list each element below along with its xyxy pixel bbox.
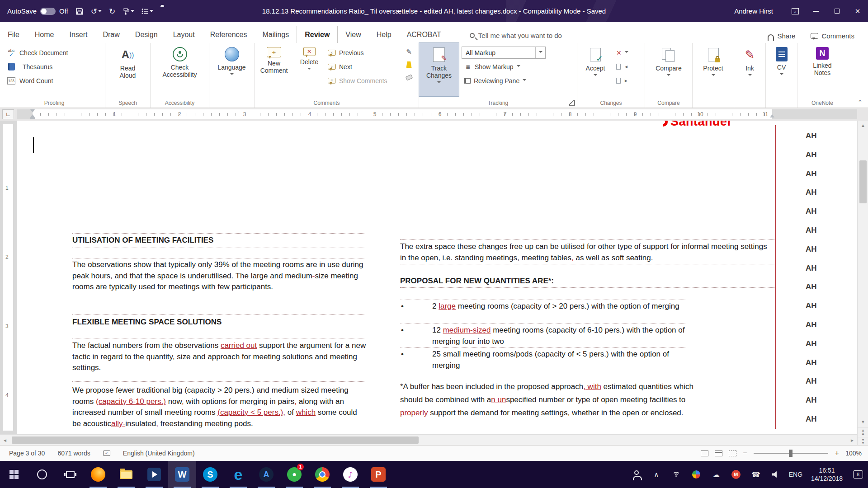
network-icon[interactable] xyxy=(666,461,686,488)
share-button[interactable]: Share xyxy=(768,32,795,40)
tab-references[interactable]: References xyxy=(203,26,255,43)
drive-pinwheel-icon[interactable] xyxy=(686,461,706,488)
ink-button[interactable]: ✎ Ink xyxy=(734,43,765,96)
cv-button[interactable]: CV xyxy=(766,43,797,96)
doc-paragraph[interactable]: We propose fewer traditional big (capaci… xyxy=(72,385,366,429)
doc-heading-utilisation[interactable]: UTILISATION OF MEETING FACILITIES xyxy=(72,235,213,246)
close-button[interactable]: ✕ xyxy=(847,0,868,22)
word-count-button[interactable]: 123 Word Count xyxy=(4,75,71,87)
powerpoint-icon[interactable]: P xyxy=(364,461,392,488)
check-document-button[interactable]: abc✓ Check Document xyxy=(4,47,71,59)
scroll-left-button[interactable]: ◄ xyxy=(0,435,10,446)
doc-footnote[interactable]: *A buffer has been included in the propo… xyxy=(400,380,698,419)
pen-icon[interactable]: ✎ xyxy=(406,47,412,57)
zoom-out-button[interactable]: − xyxy=(743,449,747,458)
scroll-right-button[interactable]: ► xyxy=(847,435,857,446)
delete-comment-button[interactable]: ✕ Delete xyxy=(293,43,325,96)
comments-button[interactable]: Comments xyxy=(811,32,854,40)
check-accessibility-button[interactable]: Check Accessibility xyxy=(151,43,209,96)
start-button[interactable] xyxy=(0,461,28,488)
horizontal-scrollbar[interactable]: ◄ ► xyxy=(0,434,857,445)
save-button[interactable] xyxy=(75,7,84,15)
tab-view[interactable]: View xyxy=(338,26,368,43)
doc-paragraph[interactable]: The observations show that typically onl… xyxy=(72,259,366,293)
task-view-button[interactable] xyxy=(56,461,84,488)
doc-bullet[interactable]: •12 medium-sized meeting rooms (capacity… xyxy=(400,324,685,347)
read-aloud-button[interactable]: A)) Read Aloud xyxy=(105,43,150,96)
markup-select-caret[interactable] xyxy=(535,47,545,58)
clock[interactable]: 16:51 14/12/2018 xyxy=(806,466,848,483)
compare-button[interactable]: Compare xyxy=(645,43,692,96)
edge-icon[interactable]: e xyxy=(224,461,252,488)
zoom-in-button[interactable]: + xyxy=(835,449,839,458)
media-player-icon[interactable] xyxy=(140,461,168,488)
horizontal-scroll-thumb[interactable] xyxy=(12,436,419,444)
skype-icon[interactable]: S xyxy=(196,461,224,488)
redo-button[interactable]: ↻ xyxy=(109,7,115,16)
word-count-indicator[interactable]: 6071 words xyxy=(57,450,90,457)
bullets-button[interactable] xyxy=(142,8,153,14)
zoom-slider-thumb[interactable] xyxy=(789,450,793,457)
page-indicator[interactable]: Page 3 of 30 xyxy=(9,450,45,457)
zoom-slider[interactable] xyxy=(754,453,828,454)
phone-icon[interactable]: ☎ xyxy=(746,461,766,488)
tab-insert[interactable]: Insert xyxy=(61,26,95,43)
format-painter-dropdown-icon[interactable] xyxy=(131,10,134,14)
markup-select[interactable]: All Markup xyxy=(462,47,546,59)
keyboard-language-indicator[interactable]: ENG xyxy=(786,461,806,488)
print-layout-button[interactable] xyxy=(715,450,722,456)
minimize-button[interactable] xyxy=(806,0,826,22)
reviewing-pane-button[interactable]: Reviewing Pane xyxy=(462,75,567,87)
show-comments-button[interactable]: ≡ Show Comments xyxy=(325,75,396,87)
bullets-dropdown-icon[interactable] xyxy=(150,10,153,14)
word-icon[interactable]: W xyxy=(168,461,196,488)
scroll-down-button[interactable]: ▼ xyxy=(858,417,868,426)
tab-home[interactable]: Home xyxy=(27,26,62,43)
autosave-toggle[interactable]: AutoSave Off xyxy=(7,7,68,15)
doc-paragraph[interactable]: The extra space these changes free up ca… xyxy=(400,241,772,263)
previous-page-button[interactable]: ▲▲ xyxy=(858,427,868,436)
language-button[interactable]: Language xyxy=(209,43,254,96)
tab-draw[interactable]: Draw xyxy=(95,26,127,43)
tab-file[interactable]: File xyxy=(0,26,27,43)
show-markup-button[interactable]: ≣ Show Markup xyxy=(462,61,567,73)
file-explorer-icon[interactable] xyxy=(112,461,140,488)
doc-heading-proposal[interactable]: PROPOSAL FOR NEW QUANTITIES ARE*: xyxy=(400,276,554,287)
autosave-switch[interactable] xyxy=(40,8,56,15)
ribbon-display-options-button[interactable]: ^ xyxy=(785,0,806,22)
vertical-scrollbar[interactable]: ▲ ▼ ▲▲ ▼▼ xyxy=(857,121,868,445)
highlighter-icon[interactable] xyxy=(406,59,412,70)
next-page-button[interactable]: ▼▼ xyxy=(858,437,868,445)
tell-me-search[interactable]: Tell me what you want to do xyxy=(470,32,562,39)
next-change-button[interactable]: ► xyxy=(613,75,642,87)
undo-button[interactable]: ↺ xyxy=(91,7,102,16)
tab-review[interactable]: Review xyxy=(297,26,338,43)
previous-comment-button[interactable]: ‹ Previous xyxy=(325,47,396,59)
tab-design[interactable]: Design xyxy=(127,26,165,43)
collapse-ribbon-button[interactable]: ⌃ xyxy=(858,99,863,106)
vertical-ruler[interactable]: 1 2 3 4 xyxy=(0,121,17,434)
thesaurus-button[interactable]: Thesaurus xyxy=(4,61,71,73)
doc-heading-flexible[interactable]: FLEXIBLE MEETING SPACE SOLUTIONS xyxy=(72,317,222,328)
green-circle-app-icon[interactable]: ●1 xyxy=(280,461,308,488)
eraser-icon[interactable] xyxy=(406,72,412,83)
left-indent-marker[interactable] xyxy=(30,117,35,119)
scroll-up-button[interactable]: ▲ xyxy=(858,121,868,130)
cortana-search-button[interactable] xyxy=(28,461,56,488)
previous-change-button[interactable]: ◄ xyxy=(613,61,642,73)
maximize-button[interactable] xyxy=(826,0,847,22)
undo-dropdown-icon[interactable] xyxy=(98,10,102,14)
action-center-icon[interactable]: 8 xyxy=(848,461,868,488)
mail-icon[interactable]: M xyxy=(726,461,746,488)
tab-mailings[interactable]: Mailings xyxy=(255,26,297,43)
blue-circle-app-icon[interactable]: A xyxy=(252,461,280,488)
format-painter-button[interactable] xyxy=(123,8,134,15)
proofing-status-icon[interactable]: ✓ xyxy=(103,450,110,456)
new-comment-button[interactable]: + New Comment xyxy=(255,43,293,96)
chrome-icon[interactable] xyxy=(308,461,336,488)
people-icon[interactable] xyxy=(627,461,646,488)
onedrive-cloud-icon[interactable]: ☁ xyxy=(706,461,726,488)
tab-acrobat[interactable]: ACROBAT xyxy=(399,26,449,43)
zoom-level[interactable]: 100% xyxy=(845,450,862,457)
read-mode-button[interactable] xyxy=(701,450,708,456)
